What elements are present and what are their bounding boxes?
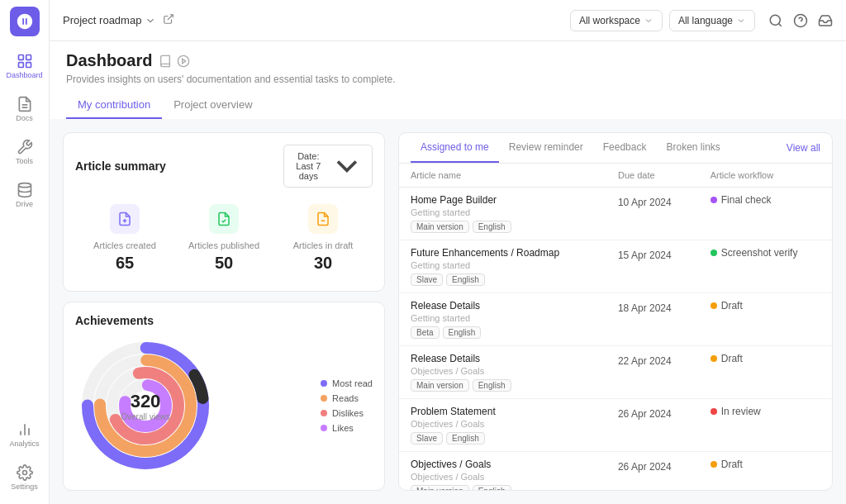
language-dropdown[interactable]: All language [669, 10, 755, 31]
tab-feedback[interactable]: Feedback [593, 133, 657, 163]
page-title-row: Dashboard [66, 51, 829, 70]
tags-5: Main versionEnglish [411, 485, 595, 490]
due-date-3: 22 Apr 2024 [618, 355, 672, 367]
stat-articles-published: Articles published 50 [174, 197, 273, 279]
workflow-dot-1 [711, 250, 717, 256]
cell-article-name-0: Home Page Builder Getting started Main v… [399, 188, 606, 240]
sidebar-item-docs[interactable]: Docs [0, 89, 49, 129]
content-area: Dashboard Provides insights on users' do… [50, 41, 846, 504]
workspace-dropdown[interactable]: All workspace [570, 10, 663, 31]
tab-review-reminder[interactable]: Review reminder [499, 133, 593, 163]
language-label: All language [678, 15, 733, 26]
legend-label-likes: Likes [332, 423, 354, 433]
workflow-label-1: Screenshot verify [721, 247, 798, 259]
legend-most-read: Most read [321, 378, 373, 388]
tag: Main version [411, 485, 469, 490]
date-filter-dropdown[interactable]: Date: Last 7 days [283, 145, 373, 188]
svg-rect-0 [18, 55, 23, 60]
workflow-dot-2 [711, 302, 717, 309]
tags-2: BetaEnglish [411, 326, 595, 339]
book-icon[interactable] [159, 55, 172, 68]
tab-my-contribution[interactable]: My contribution [66, 92, 162, 119]
help-icon[interactable] [793, 13, 808, 28]
workflow-label-0: Final check [721, 194, 772, 206]
legend-dislikes: Dislikes [321, 408, 373, 418]
cell-article-name-4: Problem Statement Objectives / Goals Sla… [399, 399, 606, 452]
right-column: Assigned to me Review reminder Feedback … [398, 132, 833, 491]
article-name-5[interactable]: Objectives / Goals [411, 459, 595, 470]
legend-label-reads: Reads [332, 393, 359, 403]
sidebar-item-dashboard[interactable]: Dashboard [0, 46, 49, 86]
language-chevron-icon [736, 16, 746, 26]
donut-value: 320 [121, 390, 169, 411]
col-due-date: Due date [606, 164, 699, 188]
tags-4: SlaveEnglish [411, 432, 595, 445]
sidebar-item-analytics[interactable]: Analytics [0, 415, 49, 454]
external-link-icon[interactable] [163, 13, 174, 28]
page-tabs: My contribution Project overview [66, 92, 829, 119]
workflow-badge-2: Draft [711, 300, 820, 311]
play-circle-icon[interactable] [177, 55, 190, 68]
workflow-label-5: Draft [721, 459, 743, 470]
svg-line-13 [778, 23, 781, 26]
cell-due-date-0: 10 Apr 2024 [606, 188, 699, 240]
article-summary-card: Article summary Date: Last 7 days Articl… [63, 132, 385, 292]
cell-due-date-2: 18 Apr 2024 [606, 293, 699, 346]
article-sub-0: Getting started [411, 207, 595, 217]
legend-likes: Likes [321, 423, 373, 433]
col-workflow: Article workflow [699, 164, 832, 188]
tab-broken-links[interactable]: Broken links [656, 133, 730, 163]
cell-workflow-5: Draft [699, 452, 832, 491]
sidebar-item-label: Settings [11, 483, 38, 491]
sidebar-item-drive[interactable]: Drive [0, 175, 49, 215]
sidebar-item-tools[interactable]: Tools [0, 132, 49, 172]
cell-due-date-1: 15 Apr 2024 [606, 240, 699, 293]
workflow-label-2: Draft [721, 300, 743, 311]
article-name-3[interactable]: Release Details [411, 353, 595, 364]
view-all-link[interactable]: View all [787, 134, 820, 162]
workflow-label-4: In review [721, 406, 761, 417]
sidebar-item-settings[interactable]: Settings [0, 458, 49, 497]
search-icon[interactable] [768, 13, 783, 28]
due-date-0: 10 Apr 2024 [618, 197, 672, 208]
inbox-icon[interactable] [818, 13, 833, 28]
cell-due-date-4: 26 Apr 2024 [606, 399, 699, 452]
svg-point-10 [22, 471, 26, 475]
workspace-label: All workspace [579, 15, 640, 26]
donut-chart: 320 Overall views [75, 335, 216, 476]
table-row: Problem Statement Objectives / Goals Sla… [399, 399, 832, 452]
article-name-1[interactable]: Future Enhancements / Roadmap [411, 247, 595, 259]
svg-point-16 [178, 55, 189, 66]
achievements-card: Achievements [63, 302, 385, 491]
tag: Main version [411, 379, 469, 392]
due-date-4: 26 Apr 2024 [618, 408, 672, 420]
tab-assigned-to-me[interactable]: Assigned to me [411, 133, 499, 163]
cell-workflow-4: In review [699, 399, 832, 452]
stat-value-draft: 30 [314, 254, 332, 273]
sidebar-item-label: Analytics [9, 440, 39, 448]
donut-center: 320 Overall views [121, 390, 169, 421]
project-title[interactable]: Project roadmap [63, 14, 156, 26]
project-name: Project roadmap [63, 14, 141, 26]
legend-dot-dislikes [321, 410, 327, 416]
tab-project-overview[interactable]: Project overview [162, 92, 264, 119]
articles-table: Article name Due date Article workflow H… [399, 164, 832, 490]
workflow-dot-4 [711, 408, 717, 415]
sidebar-item-label: Dashboard [6, 71, 42, 79]
tag: Beta [411, 326, 440, 339]
legend-reads: Reads [321, 393, 373, 403]
cell-workflow-0: Final check [699, 188, 832, 240]
article-name-0[interactable]: Home Page Builder [411, 194, 595, 206]
chart-container: 320 Overall views Most read Read [75, 335, 373, 476]
cell-article-name-3: Release Details Objectives / Goals Main … [399, 346, 606, 399]
article-name-4[interactable]: Problem Statement [411, 406, 595, 417]
tag: Main version [411, 221, 469, 233]
sidebar-item-label: Tools [16, 157, 33, 165]
dashboard-columns: Article summary Date: Last 7 days Articl… [50, 119, 846, 504]
page-title: Dashboard [66, 51, 152, 70]
stat-value-published: 50 [215, 254, 233, 273]
workflow-label-3: Draft [721, 353, 743, 364]
date-filter-label: Date: Last 7 days [291, 151, 326, 181]
article-name-2[interactable]: Release Details [411, 300, 595, 311]
legend-dot-reads [321, 395, 327, 402]
